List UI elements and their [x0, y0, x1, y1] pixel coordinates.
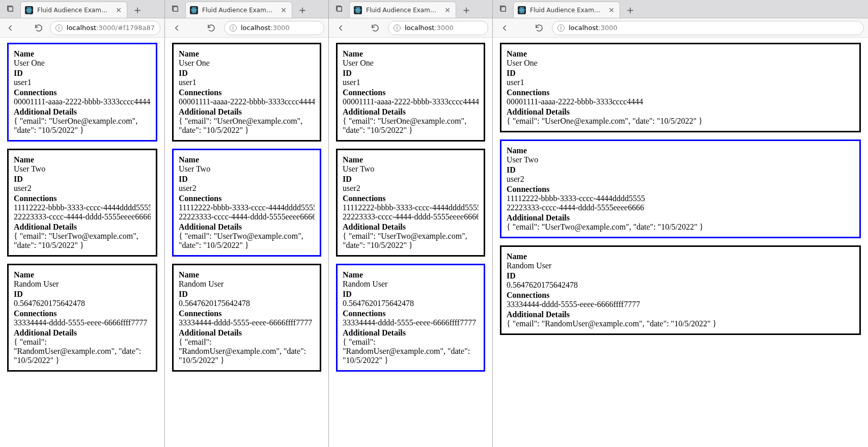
browser-window-3: Fluid Audience Example✕+ilocalhost:3000N… — [493, 0, 868, 447]
label-id: ID — [14, 69, 151, 78]
connection-id: 33334444-dddd-5555-eeee-6666ffff7777 — [14, 318, 151, 327]
site-info-icon[interactable]: i — [55, 24, 63, 32]
site-info-icon[interactable]: i — [557, 24, 565, 32]
react-favicon-icon — [518, 6, 526, 14]
value-id: user2 — [14, 184, 151, 193]
label-name: Name — [507, 49, 854, 59]
label-details: Additional Details — [14, 107, 151, 117]
value-id: user2 — [179, 184, 315, 193]
label-connections: Connections — [179, 194, 315, 203]
desktop: Fluid Audience Example✕+ilocalhost:3000/… — [0, 0, 868, 447]
connection-id: 11112222-bbbb-3333-cccc-4444dddd5555 — [507, 194, 854, 203]
value-id: 0.5647620175642478 — [179, 299, 315, 308]
restore-window-icon[interactable] — [497, 3, 509, 15]
label-name: Name — [343, 270, 479, 280]
url-host: localhost — [405, 24, 434, 32]
close-tab-icon[interactable]: ✕ — [443, 6, 452, 14]
close-tab-icon[interactable]: ✕ — [607, 6, 615, 14]
svg-point-11 — [357, 9, 359, 11]
label-name: Name — [179, 270, 315, 280]
close-tab-icon[interactable]: ✕ — [279, 6, 288, 14]
url-port: :3000 — [598, 24, 617, 32]
page-content: NameUser OneIDuser1Connections00001111-a… — [493, 38, 868, 447]
label-connections: Connections — [343, 309, 479, 318]
new-tab-button[interactable]: + — [130, 3, 145, 17]
back-button[interactable] — [497, 20, 512, 36]
reload-button[interactable] — [531, 20, 547, 36]
label-name: Name — [507, 146, 854, 155]
label-name: Name — [507, 252, 854, 261]
url-port: :3000 — [434, 24, 453, 32]
connections-list: 00001111-aaaa-2222-bbbb-3333cccc4444 — [179, 97, 315, 106]
reload-button[interactable] — [204, 20, 219, 36]
value-id: user1 — [179, 78, 315, 87]
restore-window-icon[interactable] — [169, 3, 181, 15]
new-tab-button[interactable]: + — [295, 3, 310, 17]
value-name: User One — [507, 59, 854, 68]
value-name: Random User — [14, 280, 151, 289]
address-bar[interactable]: ilocalhost:3000 — [552, 21, 864, 35]
value-details: { "email": "UserTwo@example.com", "date"… — [507, 222, 854, 232]
back-button[interactable] — [169, 20, 184, 36]
value-id: 0.5647620175642478 — [507, 281, 854, 290]
label-id: ID — [343, 175, 479, 184]
label-id: ID — [343, 290, 479, 299]
restore-window-icon[interactable] — [4, 3, 16, 15]
tab-strip: Fluid Audience Example✕+ — [165, 0, 328, 18]
back-button[interactable] — [333, 20, 348, 36]
tab-strip: Fluid Audience Example✕+ — [0, 0, 164, 18]
user-card: NameUser TwoIDuser2Connections11112222-b… — [500, 139, 861, 238]
connections-list: 11112222-bbbb-3333-cccc-4444dddd55552222… — [14, 203, 151, 221]
address-bar[interactable]: ilocalhost:3000/#f1798a87-27c3-4 — [50, 21, 160, 35]
label-name: Name — [179, 155, 315, 164]
address-bar[interactable]: ilocalhost:3000 — [224, 21, 324, 35]
connection-id: 11112222-bbbb-3333-cccc-4444dddd5555 — [179, 203, 315, 212]
connection-id: 11112222-bbbb-3333-cccc-4444dddd5555 — [343, 203, 479, 212]
value-id: user1 — [14, 78, 151, 87]
label-id: ID — [507, 271, 854, 281]
url-host: localhost — [569, 24, 598, 32]
label-details: Additional Details — [507, 213, 854, 222]
label-name: Name — [14, 270, 151, 280]
new-tab-button[interactable]: + — [459, 3, 473, 17]
tab-title: Fluid Audience Example — [366, 7, 439, 14]
value-id: user1 — [343, 78, 479, 87]
label-details: Additional Details — [343, 222, 479, 232]
label-name: Name — [343, 49, 479, 59]
connection-id: 22223333-cccc-4444-dddd-5555eeee6666 — [507, 203, 854, 212]
connections-list: 33334444-dddd-5555-eeee-6666ffff7777 — [14, 318, 151, 327]
close-tab-icon[interactable]: ✕ — [115, 6, 123, 14]
browser-toolbar: ilocalhost:3000/#f1798a87-27c3-4 — [0, 18, 164, 38]
browser-tab[interactable]: Fluid Audience Example✕ — [349, 2, 456, 18]
connections-list: 00001111-aaaa-2222-bbbb-3333cccc4444 — [507, 97, 854, 106]
browser-tab[interactable]: Fluid Audience Example✕ — [513, 2, 620, 18]
browser-toolbar: ilocalhost:3000 — [165, 18, 328, 38]
label-connections: Connections — [343, 194, 479, 203]
label-id: ID — [179, 69, 315, 78]
value-name: User Two — [179, 164, 315, 174]
value-details: { "email": "RandomUser@example.com", "da… — [343, 338, 479, 365]
value-details: { "email": "UserOne@example.com", "date"… — [14, 117, 151, 135]
browser-window-1: Fluid Audience Example✕+ilocalhost:3000N… — [165, 0, 329, 447]
reload-button[interactable] — [368, 20, 383, 36]
label-connections: Connections — [14, 194, 151, 203]
url-text: localhost:3000 — [405, 24, 454, 32]
label-id: ID — [179, 290, 315, 299]
tab-strip: Fluid Audience Example✕+ — [493, 0, 868, 18]
browser-tab[interactable]: Fluid Audience Example✕ — [20, 2, 127, 18]
user-card: NameUser OneIDuser1Connections00001111-a… — [172, 43, 321, 142]
address-bar[interactable]: ilocalhost:3000 — [388, 21, 488, 35]
connections-list: 11112222-bbbb-3333-cccc-4444dddd55552222… — [507, 194, 854, 212]
url-text: localhost:3000/#f1798a87-27c3-4 — [67, 24, 155, 32]
restore-window-icon[interactable] — [333, 3, 345, 15]
url-text: localhost:3000 — [569, 24, 618, 32]
browser-tab[interactable]: Fluid Audience Example✕ — [185, 2, 292, 18]
label-id: ID — [14, 290, 151, 299]
reload-button[interactable] — [33, 20, 45, 36]
label-id: ID — [343, 69, 479, 78]
new-tab-button[interactable]: + — [623, 3, 637, 17]
back-button[interactable] — [4, 20, 16, 36]
user-card: NameRandom UserID0.5647620175642478Conne… — [172, 264, 321, 372]
site-info-icon[interactable]: i — [230, 24, 237, 32]
site-info-icon[interactable]: i — [394, 24, 401, 32]
